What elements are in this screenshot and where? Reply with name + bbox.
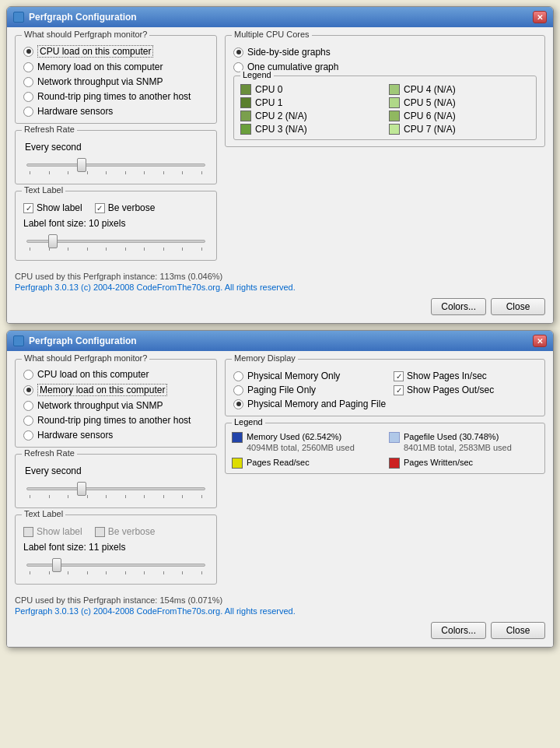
- radio-physical-input[interactable]: [233, 371, 243, 381]
- radio-input-cpu-2[interactable]: [23, 370, 33, 380]
- legend-memory-used-text: Memory Used (62.542%) 4094MB total, 2560…: [247, 431, 355, 454]
- radio-label-network-2: Network throughput via SNMP: [37, 400, 163, 411]
- colors-button-2[interactable]: Colors...: [431, 622, 486, 639]
- be-verbose-item-1[interactable]: Be verbose: [95, 202, 156, 213]
- monitor-group-2: What should Perfgraph monitor? CPU load …: [15, 359, 217, 448]
- show-pages-out-item[interactable]: Show Pages Out/sec: [394, 385, 494, 395]
- show-pages-in-checkbox[interactable]: [394, 371, 404, 381]
- close-button-2[interactable]: Close: [491, 622, 545, 639]
- legend-pages-written-color: [389, 458, 400, 469]
- legend-pagefile-used-row: Pagefile Used (30.748%) 8401MB total, 25…: [389, 431, 538, 454]
- memory-display-layout: Physical Memory Only Paging File Only Ph…: [233, 370, 537, 409]
- legend-pages-read: Pages Read/sec: [232, 457, 381, 469]
- radio-label-memory-1: Memory load on this computer: [37, 61, 163, 72]
- radio-input-cpu-1[interactable]: [23, 47, 33, 57]
- legend-title-1: Legend: [240, 70, 274, 79]
- title-close-btn-2[interactable]: ✕: [533, 335, 547, 347]
- legend-pages-read-color: [232, 458, 243, 469]
- refresh-group-title-2: Refresh Rate: [22, 448, 77, 458]
- legend-item-cpu2: CPU 2 (N/A): [240, 111, 381, 121]
- font-slider-track-2[interactable]: [26, 564, 205, 567]
- radio-network-2[interactable]: Network throughput via SNMP: [23, 400, 208, 411]
- tick: [125, 571, 126, 574]
- radio-physical-2[interactable]: Physical Memory Only: [233, 370, 386, 381]
- radio-input-ping-2[interactable]: [23, 416, 33, 426]
- radio-input-memory-2[interactable]: [23, 385, 33, 395]
- radio-input-memory-1[interactable]: [23, 62, 33, 72]
- radio-input-network-2[interactable]: [23, 401, 33, 411]
- radio-both-2[interactable]: Physical Memory and Paging File: [233, 399, 386, 409]
- radio-label-ping-1: Round-trip ping times to another host: [37, 91, 191, 102]
- right-panel-1: Multiple CPU Cores Side-by-side graphs O…: [225, 35, 545, 267]
- show-pages-in-item[interactable]: Show Pages In/sec: [394, 370, 494, 381]
- show-label-item-2[interactable]: Show label: [23, 526, 82, 537]
- radio-input-hardware-2[interactable]: [23, 430, 33, 441]
- app-icon-1: [13, 12, 24, 23]
- window-2: Perfgraph Configuration ✕ What should Pe…: [6, 330, 554, 648]
- radio-sidebyside-1[interactable]: Side-by-side graphs: [233, 47, 537, 58]
- show-label-text-1: Show label: [37, 202, 82, 213]
- refresh-slider-track-2[interactable]: [26, 487, 205, 490]
- window-body-2: What should Perfgraph monitor? CPU load …: [7, 351, 553, 647]
- radio-ping-1[interactable]: Round-trip ping times to another host: [23, 91, 208, 102]
- radio-network-1[interactable]: Network throughput via SNMP: [23, 76, 208, 87]
- radio-input-ping-1[interactable]: [23, 92, 33, 102]
- footer-buttons-1: Colors... Close: [15, 298, 545, 315]
- be-verbose-text-2: Be verbose: [108, 526, 156, 537]
- be-verbose-item-2[interactable]: Be verbose: [95, 526, 156, 537]
- radio-pagefile-2[interactable]: Paging File Only: [233, 385, 386, 395]
- monitor-group-title-1: What should Perfgraph monitor?: [22, 30, 149, 39]
- refresh-group-title-1: Refresh Rate: [22, 125, 77, 134]
- font-slider-thumb-2[interactable]: [52, 558, 61, 572]
- radio-cpu-2[interactable]: CPU load on this computer: [23, 369, 208, 380]
- legend-grid-1: CPU 0 CPU 4 (N/A) CPU 1: [240, 84, 530, 135]
- show-label-item-1[interactable]: Show label: [23, 202, 82, 213]
- refresh-slider-ticks-1: [26, 171, 205, 174]
- legend-color-cpu6: [389, 111, 400, 121]
- tick: [68, 571, 68, 574]
- show-label-checkbox-2[interactable]: [23, 527, 33, 537]
- show-pages-out-checkbox[interactable]: [394, 385, 404, 395]
- legend-title-2: Legend: [232, 417, 265, 427]
- tick: [30, 248, 30, 251]
- tick: [163, 495, 164, 498]
- title-close-btn-1[interactable]: ✕: [533, 11, 547, 23]
- title-bar-title-2: Perfgraph Configuration: [13, 335, 137, 346]
- close-button-1[interactable]: Close: [491, 298, 545, 315]
- cpu-cores-title-1: Multiple CPU Cores: [232, 30, 312, 39]
- legend-color-cpu2: [240, 111, 251, 121]
- title-bar-2: Perfgraph Configuration ✕: [7, 331, 553, 351]
- radio-input-hardware-1[interactable]: [23, 107, 33, 117]
- legend-item-cpu7: CPU 7 (N/A): [389, 124, 530, 135]
- text-label-group-1: Text Label Show label Be verbose: [15, 191, 217, 261]
- radio-cpu-1[interactable]: CPU load on this computer: [23, 45, 208, 58]
- copyright-text-2: Perfgraph 3.0.13 (c) 2004-2008 CodeFromT…: [15, 606, 545, 616]
- left-panel-2: What should Perfgraph monitor? CPU load …: [15, 359, 217, 591]
- tick: [106, 495, 107, 498]
- radio-input-network-1[interactable]: [23, 77, 33, 87]
- radio-sidebyside-input-1[interactable]: [233, 47, 243, 58]
- tick: [144, 571, 145, 574]
- refresh-slider-thumb-1[interactable]: [77, 158, 86, 172]
- radio-both-input[interactable]: [233, 399, 243, 409]
- radio-memory-2[interactable]: Memory load on this computer: [23, 384, 208, 396]
- tick: [68, 171, 68, 174]
- radio-ping-2[interactable]: Round-trip ping times to another host: [23, 415, 208, 426]
- radio-pagefile-label: Paging File Only: [247, 385, 316, 395]
- font-slider-track-1[interactable]: [26, 240, 205, 243]
- be-verbose-checkbox-2[interactable]: [95, 527, 105, 537]
- legend-color-cpu0: [240, 84, 251, 95]
- radio-hardware-1[interactable]: Hardware sensors: [23, 106, 208, 117]
- radio-memory-1[interactable]: Memory load on this computer: [23, 61, 208, 72]
- radio-hardware-2[interactable]: Hardware sensors: [23, 430, 208, 441]
- show-label-checkbox-1[interactable]: [23, 203, 33, 213]
- refresh-slider-thumb-2[interactable]: [77, 482, 86, 496]
- be-verbose-checkbox-1[interactable]: [95, 203, 105, 213]
- radio-label-hardware-2: Hardware sensors: [37, 430, 113, 441]
- font-slider-thumb-1[interactable]: [48, 234, 58, 248]
- refresh-slider-track-1[interactable]: [26, 163, 205, 167]
- legend-label-cpu3: CPU 3 (N/A): [255, 124, 307, 135]
- radio-pagefile-input[interactable]: [233, 385, 243, 395]
- radio-cumulative-1[interactable]: One cumulative graph: [233, 61, 537, 72]
- colors-button-1[interactable]: Colors...: [431, 298, 486, 315]
